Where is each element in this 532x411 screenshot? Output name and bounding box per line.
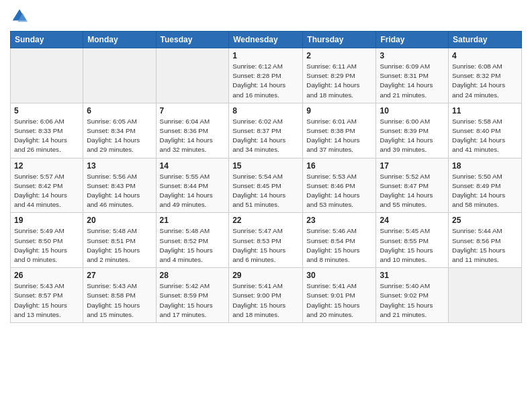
day-number: 3	[380, 51, 445, 60]
calendar-cell: 24Sunrise: 5:45 AMSunset: 8:55 PMDayligh…	[376, 213, 449, 268]
day-number: 24	[380, 216, 445, 225]
calendar-cell: 11Sunrise: 5:58 AMSunset: 8:40 PMDayligh…	[449, 103, 522, 158]
day-number: 19	[14, 216, 79, 225]
day-info: Sunrise: 5:49 AMSunset: 8:50 PMDaylight:…	[14, 226, 79, 265]
day-number: 26	[14, 271, 79, 280]
calendar-cell	[449, 268, 522, 323]
day-number: 15	[232, 161, 299, 171]
calendar-cell: 31Sunrise: 5:40 AMSunset: 9:02 PMDayligh…	[376, 268, 449, 323]
day-number: 20	[87, 216, 152, 225]
day-number: 1	[232, 51, 299, 60]
calendar-cell: 8Sunrise: 6:02 AMSunset: 8:37 PMDaylight…	[229, 103, 303, 158]
day-number: 4	[452, 51, 518, 60]
calendar-cell: 25Sunrise: 5:44 AMSunset: 8:56 PMDayligh…	[449, 213, 522, 268]
day-info: Sunrise: 5:52 AMSunset: 8:47 PMDaylight:…	[380, 172, 445, 210]
day-number: 10	[380, 106, 445, 116]
day-info: Sunrise: 5:56 AMSunset: 8:43 PMDaylight:…	[87, 172, 152, 210]
day-info: Sunrise: 5:48 AMSunset: 8:52 PMDaylight:…	[160, 226, 226, 265]
day-header-wednesday: Wednesday	[229, 32, 303, 48]
day-number: 27	[87, 271, 152, 280]
day-number: 8	[232, 106, 299, 116]
day-number: 2	[306, 51, 372, 60]
day-info: Sunrise: 5:54 AMSunset: 8:45 PMDaylight:…	[232, 172, 299, 210]
day-number: 12	[14, 161, 79, 171]
day-info: Sunrise: 5:41 AMSunset: 9:00 PMDaylight:…	[232, 281, 299, 320]
day-number: 5	[14, 106, 79, 116]
day-info: Sunrise: 5:55 AMSunset: 8:44 PMDaylight:…	[160, 172, 226, 210]
day-info: Sunrise: 6:11 AMSunset: 8:29 PMDaylight:…	[306, 62, 372, 100]
calendar-cell: 16Sunrise: 5:53 AMSunset: 8:46 PMDayligh…	[303, 158, 376, 213]
day-header-thursday: Thursday	[303, 32, 376, 48]
calendar-cell: 5Sunrise: 6:06 AMSunset: 8:33 PMDaylight…	[11, 103, 83, 158]
day-header-tuesday: Tuesday	[156, 32, 229, 48]
calendar-cell: 27Sunrise: 5:43 AMSunset: 8:58 PMDayligh…	[83, 268, 156, 323]
day-number: 13	[87, 161, 152, 171]
calendar-cell: 22Sunrise: 5:47 AMSunset: 8:53 PMDayligh…	[229, 213, 303, 268]
calendar-cell: 17Sunrise: 5:52 AMSunset: 8:47 PMDayligh…	[376, 158, 449, 213]
calendar-cell: 9Sunrise: 6:01 AMSunset: 8:38 PMDaylight…	[303, 103, 376, 158]
day-info: Sunrise: 5:57 AMSunset: 8:42 PMDaylight:…	[14, 172, 79, 210]
day-info: Sunrise: 5:40 AMSunset: 9:02 PMDaylight:…	[380, 281, 445, 320]
day-number: 18	[452, 161, 518, 171]
logo-icon	[10, 7, 29, 26]
calendar-cell: 2Sunrise: 6:11 AMSunset: 8:29 PMDaylight…	[303, 48, 376, 103]
calendar-cell: 14Sunrise: 5:55 AMSunset: 8:44 PMDayligh…	[156, 158, 229, 213]
calendar-cell: 15Sunrise: 5:54 AMSunset: 8:45 PMDayligh…	[229, 158, 303, 213]
calendar-cell: 10Sunrise: 6:00 AMSunset: 8:39 PMDayligh…	[376, 103, 449, 158]
day-info: Sunrise: 5:47 AMSunset: 8:53 PMDaylight:…	[232, 226, 299, 265]
logo	[10, 7, 32, 26]
calendar-cell: 20Sunrise: 5:48 AMSunset: 8:51 PMDayligh…	[83, 213, 156, 268]
day-number: 11	[452, 106, 518, 116]
day-header-friday: Friday	[376, 32, 449, 48]
day-number: 28	[160, 271, 226, 280]
day-number: 21	[160, 216, 226, 225]
day-info: Sunrise: 5:48 AMSunset: 8:51 PMDaylight:…	[87, 226, 152, 265]
day-number: 17	[380, 161, 445, 171]
day-info: Sunrise: 5:44 AMSunset: 8:56 PMDaylight:…	[452, 226, 518, 265]
day-info: Sunrise: 5:42 AMSunset: 8:59 PMDaylight:…	[160, 281, 226, 320]
calendar-cell: 26Sunrise: 5:43 AMSunset: 8:57 PMDayligh…	[11, 268, 83, 323]
calendar-cell: 28Sunrise: 5:42 AMSunset: 8:59 PMDayligh…	[156, 268, 229, 323]
day-header-monday: Monday	[83, 32, 156, 48]
day-number: 29	[232, 271, 299, 280]
day-number: 30	[306, 271, 372, 280]
calendar-cell: 4Sunrise: 6:08 AMSunset: 8:32 PMDaylight…	[449, 48, 522, 103]
day-number: 22	[232, 216, 299, 225]
day-info: Sunrise: 5:45 AMSunset: 8:55 PMDaylight:…	[380, 226, 445, 265]
day-info: Sunrise: 5:43 AMSunset: 8:58 PMDaylight:…	[87, 281, 152, 320]
calendar: SundayMondayTuesdayWednesdayThursdayFrid…	[10, 31, 522, 323]
calendar-cell: 7Sunrise: 6:04 AMSunset: 8:36 PMDaylight…	[156, 103, 229, 158]
day-info: Sunrise: 6:06 AMSunset: 8:33 PMDaylight:…	[14, 117, 79, 155]
calendar-cell	[83, 48, 156, 103]
calendar-cell: 23Sunrise: 5:46 AMSunset: 8:54 PMDayligh…	[303, 213, 376, 268]
day-info: Sunrise: 6:05 AMSunset: 8:34 PMDaylight:…	[87, 117, 152, 155]
day-number: 6	[87, 106, 152, 116]
calendar-cell: 3Sunrise: 6:09 AMSunset: 8:31 PMDaylight…	[376, 48, 449, 103]
day-info: Sunrise: 6:04 AMSunset: 8:36 PMDaylight:…	[160, 117, 226, 155]
day-info: Sunrise: 6:09 AMSunset: 8:31 PMDaylight:…	[380, 62, 445, 100]
day-info: Sunrise: 6:12 AMSunset: 8:28 PMDaylight:…	[232, 62, 299, 100]
day-info: Sunrise: 5:53 AMSunset: 8:46 PMDaylight:…	[306, 172, 372, 210]
calendar-cell	[11, 48, 83, 103]
day-info: Sunrise: 5:43 AMSunset: 8:57 PMDaylight:…	[14, 281, 79, 320]
day-info: Sunrise: 5:41 AMSunset: 9:01 PMDaylight:…	[306, 281, 372, 320]
calendar-cell: 29Sunrise: 5:41 AMSunset: 9:00 PMDayligh…	[229, 268, 303, 323]
day-number: 14	[160, 161, 226, 171]
calendar-cell: 13Sunrise: 5:56 AMSunset: 8:43 PMDayligh…	[83, 158, 156, 213]
calendar-cell	[156, 48, 229, 103]
day-info: Sunrise: 6:02 AMSunset: 8:37 PMDaylight:…	[232, 117, 299, 155]
day-info: Sunrise: 6:00 AMSunset: 8:39 PMDaylight:…	[380, 117, 445, 155]
day-info: Sunrise: 5:50 AMSunset: 8:49 PMDaylight:…	[452, 172, 518, 210]
day-number: 31	[380, 271, 445, 280]
calendar-cell: 18Sunrise: 5:50 AMSunset: 8:49 PMDayligh…	[449, 158, 522, 213]
day-number: 7	[160, 106, 226, 116]
day-info: Sunrise: 6:08 AMSunset: 8:32 PMDaylight:…	[452, 62, 518, 100]
day-number: 9	[306, 106, 372, 116]
calendar-cell: 6Sunrise: 6:05 AMSunset: 8:34 PMDaylight…	[83, 103, 156, 158]
day-number: 23	[306, 216, 372, 225]
day-number: 16	[306, 161, 372, 171]
day-info: Sunrise: 5:58 AMSunset: 8:40 PMDaylight:…	[452, 117, 518, 155]
calendar-cell: 30Sunrise: 5:41 AMSunset: 9:01 PMDayligh…	[303, 268, 376, 323]
day-info: Sunrise: 6:01 AMSunset: 8:38 PMDaylight:…	[306, 117, 372, 155]
calendar-cell: 19Sunrise: 5:49 AMSunset: 8:50 PMDayligh…	[11, 213, 83, 268]
